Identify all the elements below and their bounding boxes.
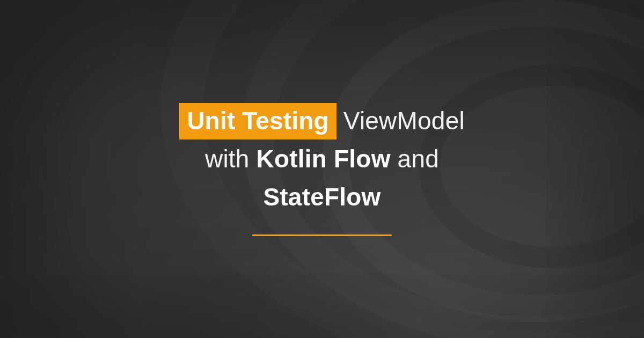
title: Unit Testing ViewModel with Kotlin Flow …: [179, 102, 465, 217]
title-text: ViewModel: [336, 107, 465, 135]
title-card: Unit Testing ViewModel with Kotlin Flow …: [0, 0, 644, 338]
title-text: with: [205, 145, 257, 173]
title-highlight: Unit Testing: [179, 103, 336, 139]
accent-underline: [252, 234, 392, 236]
title-bold: StateFlow: [263, 183, 380, 211]
title-bold: Kotlin Flow: [257, 145, 391, 173]
title-text: and: [391, 145, 439, 173]
